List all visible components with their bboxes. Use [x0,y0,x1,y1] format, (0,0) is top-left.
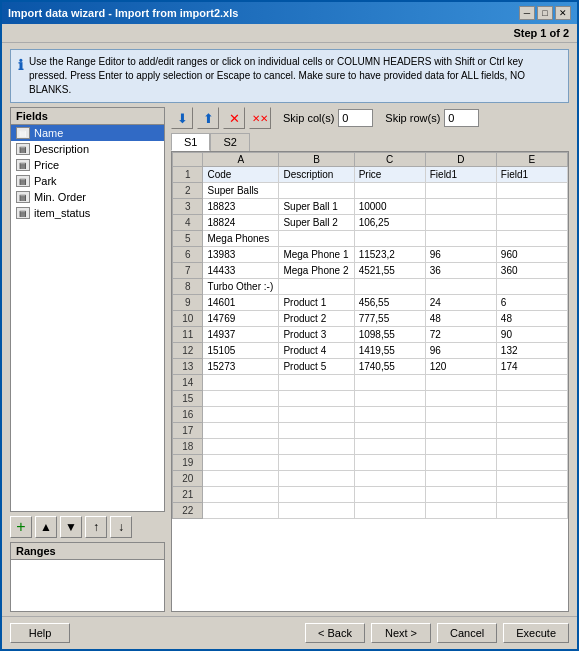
data-cell[interactable]: 960 [496,247,567,263]
table-row[interactable]: 16 [173,407,568,423]
table-row[interactable]: 18 [173,439,568,455]
data-cell[interactable]: Field1 [496,167,567,183]
data-cell[interactable]: Product 2 [279,311,354,327]
data-cell[interactable]: Product 5 [279,359,354,375]
data-cell[interactable] [279,391,354,407]
table-row[interactable]: 418824Super Ball 2106,25 [173,215,568,231]
data-cell[interactable]: 90 [496,327,567,343]
data-cell[interactable] [354,183,425,199]
data-cell[interactable] [425,455,496,471]
close-button[interactable]: ✕ [555,6,571,20]
data-cell[interactable]: Super Ball 2 [279,215,354,231]
data-cell[interactable] [496,455,567,471]
data-cell[interactable] [279,503,354,519]
data-cell[interactable]: Mega Phone 2 [279,263,354,279]
table-row[interactable]: 914601Product 1456,55246 [173,295,568,311]
data-cell[interactable] [203,455,279,471]
data-cell[interactable]: 4521,55 [354,263,425,279]
table-row[interactable]: 8Turbo Other :-) [173,279,568,295]
data-cell[interactable] [203,503,279,519]
data-cell[interactable]: 6 [496,295,567,311]
data-cell[interactable] [203,375,279,391]
execute-button[interactable]: Execute [503,623,569,643]
data-cell[interactable] [279,439,354,455]
data-cell[interactable] [496,199,567,215]
table-row[interactable]: 1114937Product 31098,557290 [173,327,568,343]
field-item-price[interactable]: ▤ Price [11,157,164,173]
table-row[interactable]: 5Mega Phones [173,231,568,247]
data-cell[interactable] [354,487,425,503]
next-button[interactable]: Next > [371,623,431,643]
data-cell[interactable] [425,375,496,391]
data-cell[interactable]: Description [279,167,354,183]
data-cell[interactable]: 777,55 [354,311,425,327]
data-cell[interactable]: Price [354,167,425,183]
field-item-min-order[interactable]: ▤ Min. Order [11,189,164,205]
data-cell[interactable] [496,423,567,439]
skip-rows-input[interactable] [444,109,479,127]
table-row[interactable]: 22 [173,503,568,519]
data-cell[interactable] [425,487,496,503]
data-cell[interactable]: Code [203,167,279,183]
data-cell[interactable] [354,423,425,439]
data-cell[interactable] [425,439,496,455]
col-header-b[interactable]: B [279,153,354,167]
data-cell[interactable] [279,487,354,503]
data-cell[interactable] [279,455,354,471]
data-cell[interactable] [425,279,496,295]
data-cell[interactable] [203,471,279,487]
data-cell[interactable]: Product 4 [279,343,354,359]
data-cell[interactable]: 1419,55 [354,343,425,359]
data-cell[interactable] [354,439,425,455]
data-cell[interactable]: 18824 [203,215,279,231]
data-cell[interactable]: 360 [496,263,567,279]
move-up-button[interactable]: ▲ [35,516,57,538]
add-field-button[interactable]: + [10,516,32,538]
table-row[interactable]: 20 [173,471,568,487]
data-cell[interactable] [496,391,567,407]
table-row[interactable]: 15 [173,391,568,407]
delete-all-button[interactable]: ✕✕ [249,107,271,129]
table-row[interactable]: 318823Super Ball 110000 [173,199,568,215]
table-row[interactable]: 714433Mega Phone 24521,5536360 [173,263,568,279]
data-cell[interactable]: 48 [496,311,567,327]
data-cell[interactable]: 18823 [203,199,279,215]
field-item-park[interactable]: ▤ Park [11,173,164,189]
col-header-e[interactable]: E [496,153,567,167]
data-cell[interactable] [425,471,496,487]
data-cell[interactable] [496,503,567,519]
field-item-name[interactable]: ▤ Name [11,125,164,141]
table-row[interactable]: 1315273Product 51740,55120174 [173,359,568,375]
table-row[interactable]: 21 [173,487,568,503]
data-cell[interactable]: 1740,55 [354,359,425,375]
data-cell[interactable] [496,183,567,199]
data-cell[interactable]: 174 [496,359,567,375]
data-cell[interactable] [354,279,425,295]
data-cell[interactable]: Super Balls [203,183,279,199]
data-cell[interactable] [354,407,425,423]
data-cell[interactable]: Field1 [425,167,496,183]
data-cell[interactable] [279,407,354,423]
data-cell[interactable] [354,375,425,391]
skip-cols-input[interactable] [338,109,373,127]
data-cell[interactable] [496,407,567,423]
data-cell[interactable] [425,407,496,423]
data-cell[interactable] [425,231,496,247]
data-cell[interactable]: 456,55 [354,295,425,311]
data-cell[interactable]: 14937 [203,327,279,343]
data-cell[interactable]: Mega Phones [203,231,279,247]
data-cell[interactable]: 14769 [203,311,279,327]
data-cell[interactable] [425,391,496,407]
data-cell[interactable] [496,439,567,455]
data-cell[interactable]: 14601 [203,295,279,311]
data-cell[interactable]: Product 1 [279,295,354,311]
arrow-down-button[interactable]: ↓ [110,516,132,538]
data-cell[interactable]: 72 [425,327,496,343]
data-cell[interactable]: 96 [425,247,496,263]
data-cell[interactable] [279,471,354,487]
data-cell[interactable] [279,423,354,439]
data-cell[interactable] [496,231,567,247]
data-cell[interactable]: 106,25 [354,215,425,231]
minimize-button[interactable]: ─ [519,6,535,20]
data-cell[interactable] [203,439,279,455]
